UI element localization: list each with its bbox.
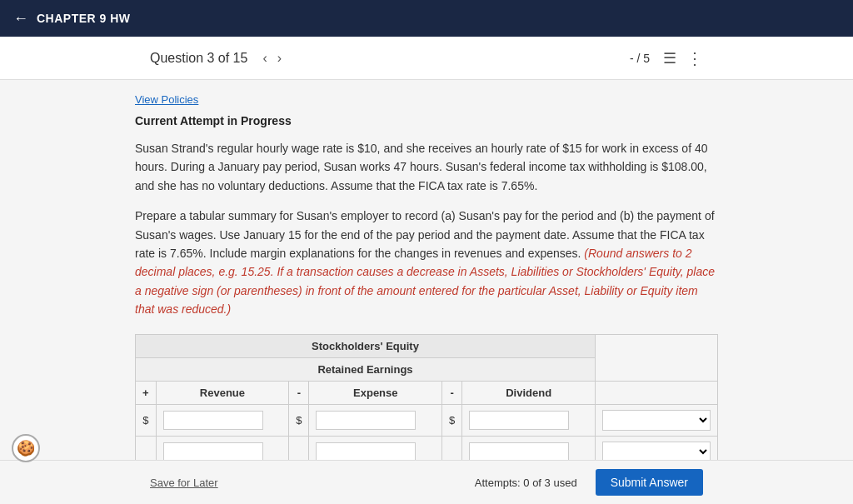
plus-symbol: + [136, 381, 157, 404]
currency-symbol-2: $ [289, 404, 309, 436]
dividend-input-2[interactable] [469, 442, 569, 462]
cookie-icon[interactable]: 🍪 [12, 434, 40, 462]
question-navigation: Question 3 of 15 ‹ › - / 5 ☰ ⋮ [0, 37, 853, 80]
stockholders-equity-header: Stockholders' Equity [136, 334, 596, 357]
dropdown-header [596, 381, 718, 404]
dropdown-cell-1[interactable] [596, 404, 718, 436]
minus-expense-symbol: - [289, 381, 309, 404]
question-text: Susan Strand's regular hourly wage rate … [135, 139, 718, 195]
dividend-input-cell-1[interactable] [462, 404, 596, 436]
expense-header: Expense [309, 381, 442, 404]
revenue-header: Revenue [156, 381, 289, 404]
footer: Save for Later Attempts: 0 of 3 used Sub… [0, 460, 853, 504]
list-icon[interactable]: ☰ [663, 49, 676, 67]
dividend-input-1[interactable] [469, 411, 569, 430]
revenue-input-cell-1[interactable] [156, 404, 289, 436]
equity-table: Stockholders' Equity Retained Earnings +… [135, 334, 718, 468]
revenue-input-1[interactable] [163, 411, 263, 430]
main-content: View Policies Current Attempt in Progres… [135, 80, 718, 504]
account-dropdown-1[interactable] [602, 410, 711, 431]
currency-symbol-3: $ [442, 404, 462, 436]
account-dropdown-2[interactable] [602, 442, 711, 462]
minus-dividend-symbol: - [442, 381, 462, 404]
revenue-input-2[interactable] [163, 442, 263, 462]
expense-input-1[interactable] [316, 411, 416, 430]
currency-symbol-1: $ [136, 404, 157, 436]
prev-question-button[interactable]: ‹ [257, 47, 272, 69]
next-question-button[interactable]: › [272, 47, 287, 69]
submit-answer-button[interactable]: Submit Answer [596, 469, 703, 496]
top-navigation: ← CHAPTER 9 HW [0, 0, 853, 37]
more-options-icon[interactable]: ⋮ [686, 48, 703, 68]
question-instructions: Prepare a tabular summary for Susan's em… [135, 207, 718, 318]
expense-input-cell-1[interactable] [309, 404, 442, 436]
expense-input-2[interactable] [316, 442, 416, 462]
table-row: $ $ $ [136, 404, 718, 436]
question-label: Question 3 of 15 [150, 51, 247, 66]
save-for-later-button[interactable]: Save for Later [150, 477, 218, 489]
back-arrow-icon[interactable]: ← [13, 10, 28, 27]
chapter-title: CHAPTER 9 HW [37, 12, 131, 25]
dividend-header: Dividend [462, 381, 596, 404]
footer-right: Attempts: 0 of 3 used Submit Answer [475, 469, 703, 496]
view-policies-link[interactable]: View Policies [135, 93, 718, 106]
attempts-label: Attempts: 0 of 3 used [475, 477, 577, 489]
current-attempt-label: Current Attempt in Progress [135, 114, 718, 127]
score-display: - / 5 [630, 52, 650, 65]
retained-earnings-header: Retained Earnings [136, 357, 596, 381]
